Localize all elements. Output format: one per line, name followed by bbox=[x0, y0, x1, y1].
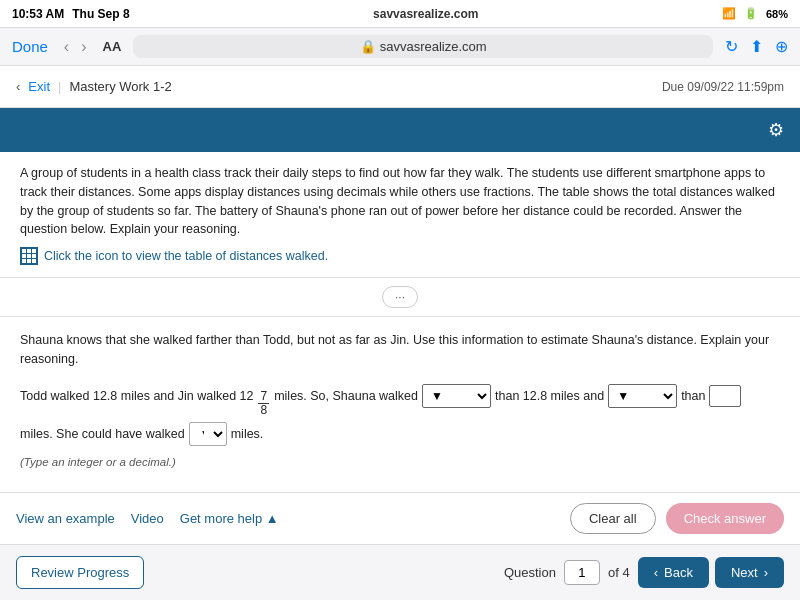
browser-back-button[interactable]: ‹ bbox=[60, 38, 73, 56]
nav-buttons: ‹ Back Next › bbox=[638, 557, 784, 588]
fraction-denominator: 8 bbox=[258, 404, 269, 417]
status-day: Thu Sep 8 bbox=[72, 7, 129, 21]
table-icon bbox=[20, 247, 38, 265]
blue-header: ⚙ bbox=[0, 108, 800, 152]
fill-suffix: miles. bbox=[231, 421, 264, 449]
question-section: Shauna knows that she walked farther tha… bbox=[0, 317, 800, 482]
fill-mid2: than 12.8 miles and bbox=[495, 383, 604, 411]
answer-dropdown[interactable]: ▼ 12.9 13.0 bbox=[189, 422, 227, 446]
divider-section: ··· bbox=[0, 278, 800, 317]
chevron-left-nav-icon: ‹ bbox=[654, 565, 658, 580]
browser-url-bar: 🔒 savvasrealize.com bbox=[133, 35, 713, 58]
wifi-icon: 📶 bbox=[722, 7, 736, 20]
table-link[interactable]: Click the icon to view the table of dist… bbox=[20, 247, 780, 265]
browser-aa[interactable]: AA bbox=[103, 39, 122, 54]
review-progress-button[interactable]: Review Progress bbox=[16, 556, 144, 589]
back-label: Back bbox=[664, 565, 693, 580]
question-fill-in: Todd walked 12.8 miles and Jin walked 12… bbox=[20, 383, 780, 449]
fill-mid1: miles. So, Shauna walked bbox=[274, 383, 418, 411]
chevron-right-nav-icon: › bbox=[764, 565, 768, 580]
miles-input-1[interactable] bbox=[709, 385, 741, 407]
status-right: 📶 🔋 68% bbox=[722, 7, 788, 20]
nav-footer: Review Progress Question of 4 ‹ Back Nex… bbox=[0, 544, 800, 600]
url-text: savvasrealize.com bbox=[380, 39, 487, 54]
separator: | bbox=[58, 79, 61, 94]
question-number-input[interactable] bbox=[564, 560, 600, 585]
browser-nav: ‹ › bbox=[60, 38, 91, 56]
browser-toolbar: Done ‹ › AA 🔒 savvasrealize.com ↻ ⬆ ⊕ bbox=[0, 28, 800, 66]
expand-label: ··· bbox=[395, 290, 405, 304]
question-instruction: Shauna knows that she walked farther tha… bbox=[20, 331, 780, 369]
browser-done-button[interactable]: Done bbox=[12, 38, 48, 55]
battery-icon: 🔋 bbox=[744, 7, 758, 20]
check-answer-button[interactable]: Check answer bbox=[666, 503, 784, 534]
app-header-left: ‹ Exit | Mastery Work 1-2 bbox=[16, 79, 172, 94]
question-nav: Question of 4 ‹ Back Next › bbox=[504, 557, 784, 588]
mastery-title: Mastery Work 1-2 bbox=[69, 79, 171, 94]
fraction-display: 7 8 bbox=[258, 390, 269, 417]
bottom-right-buttons: Clear all Check answer bbox=[570, 503, 784, 534]
status-time: 10:53 AM bbox=[12, 7, 64, 21]
expand-button[interactable]: ··· bbox=[382, 286, 418, 308]
due-date: Due 09/09/22 11:59pm bbox=[662, 80, 784, 94]
next-label: Next bbox=[731, 565, 758, 580]
hint-text: (Type an integer or a decimal.) bbox=[20, 456, 780, 468]
dropdown-1[interactable]: ▼ more less greater bbox=[422, 384, 491, 408]
browser-actions: ↻ ⬆ ⊕ bbox=[725, 37, 788, 56]
bottom-left-links: View an example Video Get more help ▲ bbox=[16, 511, 279, 526]
gear-icon[interactable]: ⚙ bbox=[768, 119, 784, 141]
clear-all-button[interactable]: Clear all bbox=[570, 503, 656, 534]
main-content: ⚙ A group of students in a health class … bbox=[0, 108, 800, 492]
chevron-left-icon: ‹ bbox=[16, 79, 20, 94]
dropdown-2[interactable]: ▼ more less greater bbox=[608, 384, 677, 408]
back-button[interactable]: ‹ Back bbox=[638, 557, 709, 588]
status-bar: 10:53 AM Thu Sep 8 savvasrealize.com 📶 🔋… bbox=[0, 0, 800, 28]
browser-bookmark-button[interactable]: ⊕ bbox=[775, 37, 788, 56]
question-label: Question bbox=[504, 565, 556, 580]
problem-text: A group of students in a health class tr… bbox=[20, 164, 780, 239]
view-example-link[interactable]: View an example bbox=[16, 511, 115, 526]
total-questions: of 4 bbox=[608, 565, 630, 580]
browser-refresh-button[interactable]: ↻ bbox=[725, 37, 738, 56]
exit-button[interactable]: Exit bbox=[28, 79, 50, 94]
fill-prefix: Todd walked 12.8 miles and Jin walked 12 bbox=[20, 383, 253, 411]
status-bar-left: 10:53 AM Thu Sep 8 bbox=[12, 7, 130, 21]
fill-mid4: miles. She could have walked bbox=[20, 421, 185, 449]
status-url: savvasrealize.com bbox=[373, 7, 478, 21]
bottom-toolbar: View an example Video Get more help ▲ Cl… bbox=[0, 492, 800, 544]
browser-forward-button[interactable]: › bbox=[77, 38, 90, 56]
lock-icon: 🔒 bbox=[360, 39, 376, 54]
video-link[interactable]: Video bbox=[131, 511, 164, 526]
fill-mid3: than bbox=[681, 383, 705, 411]
fraction-numerator: 7 bbox=[258, 390, 269, 404]
battery-level: 68% bbox=[766, 8, 788, 20]
table-link-text: Click the icon to view the table of dist… bbox=[44, 249, 328, 263]
app-header: ‹ Exit | Mastery Work 1-2 Due 09/09/22 1… bbox=[0, 66, 800, 108]
browser-share-button[interactable]: ⬆ bbox=[750, 37, 763, 56]
next-button[interactable]: Next › bbox=[715, 557, 784, 588]
get-more-help-link[interactable]: Get more help ▲ bbox=[180, 511, 279, 526]
problem-section: A group of students in a health class tr… bbox=[0, 152, 800, 278]
